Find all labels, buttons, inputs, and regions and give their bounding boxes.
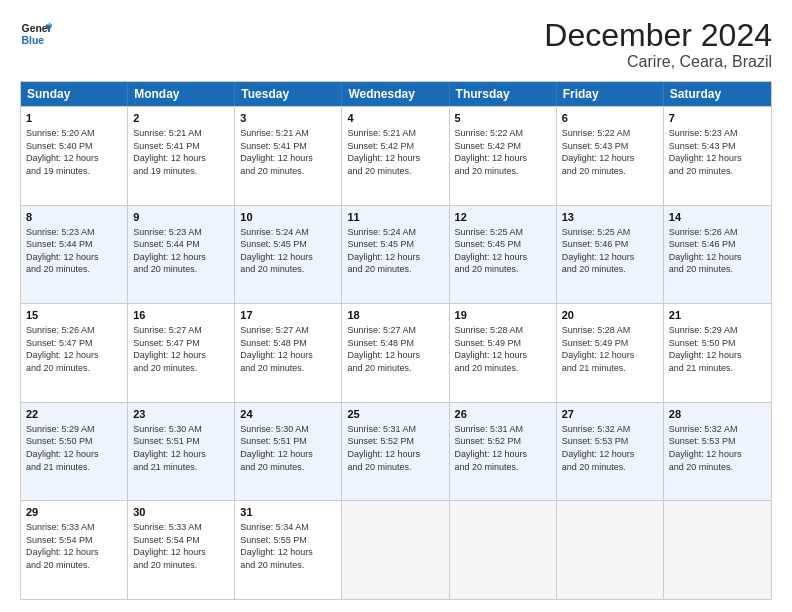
calendar-cell: 17Sunrise: 5:27 AM Sunset: 5:48 PM Dayli… bbox=[235, 304, 342, 402]
calendar-day-header: Wednesday bbox=[342, 82, 449, 106]
calendar-cell: 30Sunrise: 5:33 AM Sunset: 5:54 PM Dayli… bbox=[128, 501, 235, 599]
calendar-cell: 23Sunrise: 5:30 AM Sunset: 5:51 PM Dayli… bbox=[128, 403, 235, 501]
day-number: 4 bbox=[347, 111, 443, 126]
sun-info: Sunrise: 5:28 AM Sunset: 5:49 PM Dayligh… bbox=[562, 324, 658, 374]
sun-info: Sunrise: 5:32 AM Sunset: 5:53 PM Dayligh… bbox=[562, 423, 658, 473]
day-number: 28 bbox=[669, 407, 766, 422]
calendar-cell: 22Sunrise: 5:29 AM Sunset: 5:50 PM Dayli… bbox=[21, 403, 128, 501]
day-number: 30 bbox=[133, 505, 229, 520]
calendar-day-header: Sunday bbox=[21, 82, 128, 106]
calendar-week: 8Sunrise: 5:23 AM Sunset: 5:44 PM Daylig… bbox=[21, 205, 771, 304]
sun-info: Sunrise: 5:23 AM Sunset: 5:44 PM Dayligh… bbox=[133, 226, 229, 276]
calendar-cell: 12Sunrise: 5:25 AM Sunset: 5:45 PM Dayli… bbox=[450, 206, 557, 304]
sun-info: Sunrise: 5:26 AM Sunset: 5:46 PM Dayligh… bbox=[669, 226, 766, 276]
day-number: 24 bbox=[240, 407, 336, 422]
day-number: 25 bbox=[347, 407, 443, 422]
page-header: General Blue December 2024 Carire, Ceara… bbox=[20, 18, 772, 71]
sun-info: Sunrise: 5:22 AM Sunset: 5:43 PM Dayligh… bbox=[562, 127, 658, 177]
sun-info: Sunrise: 5:29 AM Sunset: 5:50 PM Dayligh… bbox=[26, 423, 122, 473]
calendar-cell: 19Sunrise: 5:28 AM Sunset: 5:49 PM Dayli… bbox=[450, 304, 557, 402]
calendar-day-header: Saturday bbox=[664, 82, 771, 106]
calendar-cell: 7Sunrise: 5:23 AM Sunset: 5:43 PM Daylig… bbox=[664, 107, 771, 205]
sun-info: Sunrise: 5:21 AM Sunset: 5:41 PM Dayligh… bbox=[240, 127, 336, 177]
day-number: 11 bbox=[347, 210, 443, 225]
sun-info: Sunrise: 5:22 AM Sunset: 5:42 PM Dayligh… bbox=[455, 127, 551, 177]
sun-info: Sunrise: 5:33 AM Sunset: 5:54 PM Dayligh… bbox=[133, 521, 229, 571]
calendar-week: 15Sunrise: 5:26 AM Sunset: 5:47 PM Dayli… bbox=[21, 303, 771, 402]
calendar-cell: 6Sunrise: 5:22 AM Sunset: 5:43 PM Daylig… bbox=[557, 107, 664, 205]
day-number: 2 bbox=[133, 111, 229, 126]
calendar-cell: 13Sunrise: 5:25 AM Sunset: 5:46 PM Dayli… bbox=[557, 206, 664, 304]
calendar-cell: 21Sunrise: 5:29 AM Sunset: 5:50 PM Dayli… bbox=[664, 304, 771, 402]
sun-info: Sunrise: 5:23 AM Sunset: 5:43 PM Dayligh… bbox=[669, 127, 766, 177]
calendar-cell bbox=[450, 501, 557, 599]
sun-info: Sunrise: 5:29 AM Sunset: 5:50 PM Dayligh… bbox=[669, 324, 766, 374]
sun-info: Sunrise: 5:31 AM Sunset: 5:52 PM Dayligh… bbox=[347, 423, 443, 473]
sun-info: Sunrise: 5:21 AM Sunset: 5:42 PM Dayligh… bbox=[347, 127, 443, 177]
sun-info: Sunrise: 5:27 AM Sunset: 5:48 PM Dayligh… bbox=[347, 324, 443, 374]
calendar-cell: 15Sunrise: 5:26 AM Sunset: 5:47 PM Dayli… bbox=[21, 304, 128, 402]
calendar-cell: 8Sunrise: 5:23 AM Sunset: 5:44 PM Daylig… bbox=[21, 206, 128, 304]
day-number: 7 bbox=[669, 111, 766, 126]
sun-info: Sunrise: 5:32 AM Sunset: 5:53 PM Dayligh… bbox=[669, 423, 766, 473]
sun-info: Sunrise: 5:33 AM Sunset: 5:54 PM Dayligh… bbox=[26, 521, 122, 571]
calendar-cell: 26Sunrise: 5:31 AM Sunset: 5:52 PM Dayli… bbox=[450, 403, 557, 501]
day-number: 14 bbox=[669, 210, 766, 225]
calendar-day-header: Monday bbox=[128, 82, 235, 106]
day-number: 19 bbox=[455, 308, 551, 323]
calendar-day-header: Tuesday bbox=[235, 82, 342, 106]
calendar-cell: 29Sunrise: 5:33 AM Sunset: 5:54 PM Dayli… bbox=[21, 501, 128, 599]
day-number: 23 bbox=[133, 407, 229, 422]
day-number: 10 bbox=[240, 210, 336, 225]
page-subtitle: Carire, Ceara, Brazil bbox=[544, 53, 772, 71]
day-number: 29 bbox=[26, 505, 122, 520]
sun-info: Sunrise: 5:25 AM Sunset: 5:46 PM Dayligh… bbox=[562, 226, 658, 276]
day-number: 6 bbox=[562, 111, 658, 126]
calendar: SundayMondayTuesdayWednesdayThursdayFrid… bbox=[20, 81, 772, 600]
sun-info: Sunrise: 5:28 AM Sunset: 5:49 PM Dayligh… bbox=[455, 324, 551, 374]
calendar-cell: 2Sunrise: 5:21 AM Sunset: 5:41 PM Daylig… bbox=[128, 107, 235, 205]
day-number: 20 bbox=[562, 308, 658, 323]
calendar-cell: 5Sunrise: 5:22 AM Sunset: 5:42 PM Daylig… bbox=[450, 107, 557, 205]
calendar-day-header: Thursday bbox=[450, 82, 557, 106]
day-number: 31 bbox=[240, 505, 336, 520]
calendar-cell: 16Sunrise: 5:27 AM Sunset: 5:47 PM Dayli… bbox=[128, 304, 235, 402]
calendar-day-header: Friday bbox=[557, 82, 664, 106]
sun-info: Sunrise: 5:21 AM Sunset: 5:41 PM Dayligh… bbox=[133, 127, 229, 177]
day-number: 17 bbox=[240, 308, 336, 323]
day-number: 8 bbox=[26, 210, 122, 225]
calendar-cell: 1Sunrise: 5:20 AM Sunset: 5:40 PM Daylig… bbox=[21, 107, 128, 205]
calendar-cell: 14Sunrise: 5:26 AM Sunset: 5:46 PM Dayli… bbox=[664, 206, 771, 304]
day-number: 21 bbox=[669, 308, 766, 323]
calendar-cell bbox=[342, 501, 449, 599]
day-number: 22 bbox=[26, 407, 122, 422]
day-number: 26 bbox=[455, 407, 551, 422]
sun-info: Sunrise: 5:27 AM Sunset: 5:47 PM Dayligh… bbox=[133, 324, 229, 374]
sun-info: Sunrise: 5:23 AM Sunset: 5:44 PM Dayligh… bbox=[26, 226, 122, 276]
calendar-cell: 10Sunrise: 5:24 AM Sunset: 5:45 PM Dayli… bbox=[235, 206, 342, 304]
day-number: 13 bbox=[562, 210, 658, 225]
svg-text:Blue: Blue bbox=[22, 35, 45, 46]
logo-icon: General Blue bbox=[20, 18, 52, 50]
day-number: 15 bbox=[26, 308, 122, 323]
calendar-cell: 20Sunrise: 5:28 AM Sunset: 5:49 PM Dayli… bbox=[557, 304, 664, 402]
calendar-cell: 3Sunrise: 5:21 AM Sunset: 5:41 PM Daylig… bbox=[235, 107, 342, 205]
day-number: 27 bbox=[562, 407, 658, 422]
calendar-week: 29Sunrise: 5:33 AM Sunset: 5:54 PM Dayli… bbox=[21, 500, 771, 599]
day-number: 1 bbox=[26, 111, 122, 126]
calendar-cell: 25Sunrise: 5:31 AM Sunset: 5:52 PM Dayli… bbox=[342, 403, 449, 501]
calendar-cell: 24Sunrise: 5:30 AM Sunset: 5:51 PM Dayli… bbox=[235, 403, 342, 501]
sun-info: Sunrise: 5:24 AM Sunset: 5:45 PM Dayligh… bbox=[240, 226, 336, 276]
sun-info: Sunrise: 5:20 AM Sunset: 5:40 PM Dayligh… bbox=[26, 127, 122, 177]
day-number: 9 bbox=[133, 210, 229, 225]
sun-info: Sunrise: 5:25 AM Sunset: 5:45 PM Dayligh… bbox=[455, 226, 551, 276]
calendar-header: SundayMondayTuesdayWednesdayThursdayFrid… bbox=[21, 82, 771, 106]
day-number: 16 bbox=[133, 308, 229, 323]
sun-info: Sunrise: 5:26 AM Sunset: 5:47 PM Dayligh… bbox=[26, 324, 122, 374]
day-number: 18 bbox=[347, 308, 443, 323]
sun-info: Sunrise: 5:24 AM Sunset: 5:45 PM Dayligh… bbox=[347, 226, 443, 276]
calendar-cell: 4Sunrise: 5:21 AM Sunset: 5:42 PM Daylig… bbox=[342, 107, 449, 205]
calendar-body: 1Sunrise: 5:20 AM Sunset: 5:40 PM Daylig… bbox=[21, 106, 771, 599]
calendar-week: 1Sunrise: 5:20 AM Sunset: 5:40 PM Daylig… bbox=[21, 106, 771, 205]
day-number: 5 bbox=[455, 111, 551, 126]
